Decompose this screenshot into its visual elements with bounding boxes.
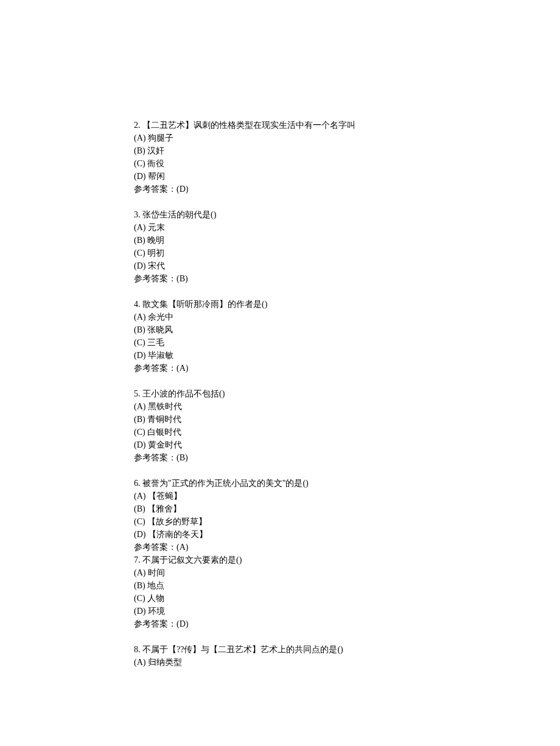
stem-text: 散文集【听听那冷雨】的作者是(): [142, 300, 267, 309]
option-label: (A): [134, 658, 145, 667]
question-stem: 8. 不属于【??传】与【二丑艺术】艺术上的共同点的是(): [134, 643, 560, 656]
question-number: 5.: [134, 389, 141, 398]
answer-value: (B): [177, 453, 188, 462]
option-b: (B) 张晓风: [134, 323, 560, 336]
question-stem: 7. 不属于记叙文六要素的是(): [134, 554, 560, 566]
option-text: 汉奸: [147, 146, 164, 155]
answer-line: 参考答案：(B): [134, 272, 560, 285]
option-label: (B): [134, 504, 145, 513]
answer-value: (D): [177, 619, 188, 628]
option-label: (B): [134, 236, 145, 245]
question-3: 3. 张岱生活的朝代是() (A) 元末 (B) 晚明 (C) 明初 (D) 宋…: [134, 208, 560, 285]
option-text: 狗腿子: [148, 133, 173, 143]
option-label: (A): [134, 133, 145, 143]
option-text: 白银时代: [147, 428, 181, 437]
question-stem: 6. 被誉为"正式的作为正统小品文的美文"的是(): [134, 477, 560, 490]
option-text: 青铜时代: [147, 415, 181, 424]
option-a: (A) 归纳类型: [134, 656, 560, 669]
option-label: (A): [134, 223, 145, 232]
option-label: (B): [134, 325, 145, 334]
option-b: (B) 地点: [134, 579, 560, 592]
option-b: (B) 青铜时代: [134, 413, 560, 426]
option-b: (B) 【雅舍】: [134, 502, 560, 515]
option-a: (A) 【苍蝇】: [134, 490, 560, 502]
stem-text: 不属于【??传】与【二丑艺术】艺术上的共同点的是(): [142, 645, 343, 654]
option-a: (A) 黑铁时代: [134, 400, 560, 413]
stem-text: 张岱生活的朝代是(): [142, 210, 216, 219]
option-d: (D) 环境: [134, 605, 560, 618]
question-number: 8.: [134, 645, 141, 654]
option-text: 时间: [148, 568, 165, 577]
option-label: (A): [134, 312, 145, 322]
option-d: (D) 毕淑敏: [134, 349, 560, 362]
option-text: 宋代: [148, 261, 165, 270]
question-number: 2.: [134, 121, 141, 130]
question-number: 4.: [134, 300, 141, 309]
answer-line: 参考答案：(A): [134, 362, 560, 375]
answer-prefix: 参考答案：: [134, 185, 177, 194]
question-5: 5. 王小波的作品不包括() (A) 黑铁时代 (B) 青铜时代 (C) 白银时…: [134, 387, 560, 464]
option-label: (D): [134, 607, 145, 616]
option-d: (D) 【济南的冬天】: [134, 528, 560, 541]
answer-value: (B): [177, 274, 188, 283]
option-text: 地点: [147, 581, 164, 590]
option-text: 黄金时代: [148, 440, 182, 449]
option-d: (D) 帮闲: [134, 170, 560, 183]
option-text: 晚明: [147, 236, 164, 245]
answer-prefix: 参考答案：: [134, 543, 177, 552]
option-c: (C) 明初: [134, 247, 560, 259]
answer-line: 参考答案：(D): [134, 618, 560, 630]
option-a: (A) 元末: [134, 221, 560, 234]
question-stem: 4. 散文集【听听那冷雨】的作者是(): [134, 298, 560, 311]
question-6: 6. 被誉为"正式的作为正统小品文的美文"的是() (A) 【苍蝇】 (B) 【…: [134, 477, 560, 554]
answer-prefix: 参考答案：: [134, 619, 177, 628]
option-text: 归纳类型: [148, 658, 182, 667]
option-b: (B) 晚明: [134, 234, 560, 247]
option-a: (A) 时间: [134, 566, 560, 579]
option-text: 【故乡的野草】: [147, 517, 207, 526]
answer-value: (A): [177, 543, 188, 552]
option-label: (D): [134, 530, 145, 539]
question-stem: 2. 【二丑艺术】讽刺的性格类型在现实生活中有一个名字叫: [134, 119, 560, 132]
option-label: (C): [134, 338, 145, 347]
option-label: (D): [134, 261, 145, 270]
option-text: 张晓风: [147, 325, 173, 334]
option-a: (A) 狗腿子: [134, 132, 560, 144]
option-label: (D): [134, 351, 145, 360]
option-label: (C): [134, 594, 145, 603]
option-label: (C): [134, 428, 145, 437]
answer-prefix: 参考答案：: [134, 274, 177, 283]
stem-text: 不属于记叙文六要素的是(): [142, 555, 242, 565]
question-2: 2. 【二丑艺术】讽刺的性格类型在现实生活中有一个名字叫 (A) 狗腿子 (B)…: [134, 119, 560, 195]
option-text: 明初: [147, 248, 164, 258]
option-label: (C): [134, 248, 145, 258]
option-text: 【济南的冬天】: [148, 530, 208, 539]
stem-text: 王小波的作品不包括(): [142, 389, 225, 398]
option-label: (B): [134, 146, 145, 155]
option-a: (A) 余光中: [134, 311, 560, 323]
option-label: (A): [134, 491, 145, 501]
option-label: (B): [134, 581, 145, 590]
option-d: (D) 宋代: [134, 259, 560, 272]
answer-prefix: 参考答案：: [134, 364, 177, 373]
option-c: (C) 【故乡的野草】: [134, 515, 560, 528]
option-label: (A): [134, 568, 145, 577]
option-c: (C) 三毛: [134, 336, 560, 349]
option-label: (C): [134, 517, 145, 526]
option-text: 【雅舍】: [147, 504, 181, 513]
answer-line: 参考答案：(D): [134, 183, 560, 195]
answer-value: (D): [177, 185, 188, 194]
option-b: (B) 汉奸: [134, 144, 560, 157]
option-label: (D): [134, 172, 145, 181]
option-text: 帮闲: [148, 172, 165, 181]
question-number: 3.: [134, 210, 141, 219]
option-text: 三毛: [147, 338, 164, 347]
option-d: (D) 黄金时代: [134, 438, 560, 451]
option-label: (A): [134, 402, 145, 411]
option-text: 元末: [148, 223, 165, 232]
question-8: 8. 不属于【??传】与【二丑艺术】艺术上的共同点的是() (A) 归纳类型: [134, 643, 560, 669]
question-7: 7. 不属于记叙文六要素的是() (A) 时间 (B) 地点 (C) 人物 (D…: [134, 554, 560, 630]
question-number: 7.: [134, 555, 141, 565]
option-c: (C) 衙役: [134, 157, 560, 170]
stem-text: 【二丑艺术】讽刺的性格类型在现实生活中有一个名字叫: [142, 121, 355, 130]
